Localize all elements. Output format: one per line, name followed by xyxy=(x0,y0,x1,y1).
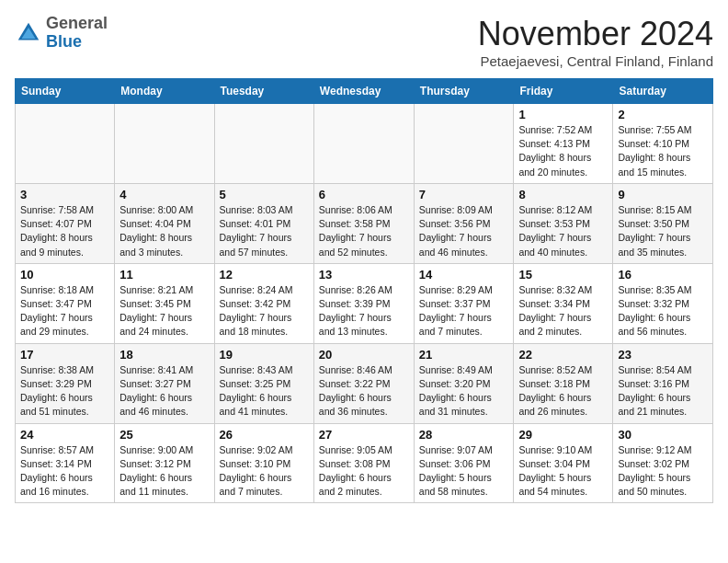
day-number: 20 xyxy=(319,348,409,362)
title-block: November 2024 Petaejaevesi, Central Finl… xyxy=(478,15,713,69)
day-number: 2 xyxy=(618,108,708,121)
calendar-cell: 14Sunrise: 8:29 AM Sunset: 3:37 PM Dayli… xyxy=(414,263,514,343)
weekday-header-wednesday: Wednesday xyxy=(313,79,414,104)
day-info: Sunrise: 8:00 AM Sunset: 4:04 PM Dayligh… xyxy=(119,203,209,259)
day-info: Sunrise: 8:38 AM Sunset: 3:29 PM Dayligh… xyxy=(20,363,109,419)
calendar-cell xyxy=(16,104,115,184)
day-info: Sunrise: 8:57 AM Sunset: 3:14 PM Dayligh… xyxy=(20,443,109,500)
calendar-week-row: 1Sunrise: 7:52 AM Sunset: 4:13 PM Daylig… xyxy=(16,104,713,184)
calendar-cell: 3Sunrise: 7:58 AM Sunset: 4:07 PM Daylig… xyxy=(16,183,115,263)
weekday-header-friday: Friday xyxy=(514,79,613,104)
day-info: Sunrise: 8:52 AM Sunset: 3:18 PM Dayligh… xyxy=(518,363,608,419)
calendar-cell: 30Sunrise: 9:12 AM Sunset: 3:02 PM Dayli… xyxy=(613,423,713,503)
day-number: 4 xyxy=(119,188,209,201)
calendar-cell xyxy=(115,104,214,184)
day-number: 6 xyxy=(319,188,409,201)
calendar-cell: 4Sunrise: 8:00 AM Sunset: 4:04 PM Daylig… xyxy=(115,183,214,263)
calendar-cell: 17Sunrise: 8:38 AM Sunset: 3:29 PM Dayli… xyxy=(16,343,115,423)
calendar-week-row: 17Sunrise: 8:38 AM Sunset: 3:29 PM Dayli… xyxy=(16,343,713,423)
calendar-cell: 6Sunrise: 8:06 AM Sunset: 3:58 PM Daylig… xyxy=(313,183,414,263)
day-number: 27 xyxy=(319,428,409,442)
day-number: 25 xyxy=(119,428,209,442)
day-number: 15 xyxy=(518,268,608,282)
day-number: 30 xyxy=(618,428,708,442)
calendar-cell: 7Sunrise: 8:09 AM Sunset: 3:56 PM Daylig… xyxy=(414,183,514,263)
calendar-week-row: 24Sunrise: 8:57 AM Sunset: 3:14 PM Dayli… xyxy=(16,423,713,503)
calendar-cell: 20Sunrise: 8:46 AM Sunset: 3:22 PM Dayli… xyxy=(313,343,414,423)
calendar-cell: 29Sunrise: 9:10 AM Sunset: 3:04 PM Dayli… xyxy=(514,423,613,503)
weekday-header-row: SundayMondayTuesdayWednesdayThursdayFrid… xyxy=(16,79,713,104)
day-number: 18 xyxy=(119,348,209,362)
day-number: 1 xyxy=(518,108,608,121)
day-number: 3 xyxy=(20,188,109,201)
logo-blue-text: Blue xyxy=(46,33,108,52)
day-info: Sunrise: 9:00 AM Sunset: 3:12 PM Dayligh… xyxy=(119,443,209,500)
weekday-header-saturday: Saturday xyxy=(613,79,713,104)
calendar-cell: 16Sunrise: 8:35 AM Sunset: 3:32 PM Dayli… xyxy=(613,263,713,343)
calendar-cell: 8Sunrise: 8:12 AM Sunset: 3:53 PM Daylig… xyxy=(514,183,613,263)
calendar-cell: 27Sunrise: 9:05 AM Sunset: 3:08 PM Dayli… xyxy=(313,423,414,503)
calendar-cell xyxy=(313,104,414,184)
day-info: Sunrise: 8:21 AM Sunset: 3:45 PM Dayligh… xyxy=(119,283,209,339)
logo-icon xyxy=(15,19,42,47)
day-number: 24 xyxy=(20,428,109,442)
weekday-header-sunday: Sunday xyxy=(16,79,115,104)
day-number: 29 xyxy=(518,428,608,442)
day-number: 17 xyxy=(20,348,109,362)
day-info: Sunrise: 8:29 AM Sunset: 3:37 PM Dayligh… xyxy=(419,283,509,339)
day-info: Sunrise: 7:55 AM Sunset: 4:10 PM Dayligh… xyxy=(618,123,708,179)
day-info: Sunrise: 8:06 AM Sunset: 3:58 PM Dayligh… xyxy=(319,203,409,259)
page-header: General Blue November 2024 Petaejaevesi,… xyxy=(15,15,713,69)
day-number: 12 xyxy=(220,268,309,282)
location-subtitle: Petaejaevesi, Central Finland, Finland xyxy=(478,53,713,69)
day-info: Sunrise: 8:32 AM Sunset: 3:34 PM Dayligh… xyxy=(518,283,608,339)
day-info: Sunrise: 8:12 AM Sunset: 3:53 PM Dayligh… xyxy=(518,203,608,259)
day-number: 8 xyxy=(518,188,608,201)
weekday-header-tuesday: Tuesday xyxy=(214,79,313,104)
calendar-week-row: 10Sunrise: 8:18 AM Sunset: 3:47 PM Dayli… xyxy=(16,263,713,343)
day-info: Sunrise: 8:46 AM Sunset: 3:22 PM Dayligh… xyxy=(319,363,409,419)
logo-general-text: General xyxy=(46,15,108,33)
day-info: Sunrise: 9:12 AM Sunset: 3:02 PM Dayligh… xyxy=(618,443,708,500)
day-number: 5 xyxy=(220,188,309,201)
logo: General Blue xyxy=(15,15,108,52)
day-number: 9 xyxy=(618,188,708,201)
day-info: Sunrise: 8:26 AM Sunset: 3:39 PM Dayligh… xyxy=(319,283,409,339)
calendar-cell: 19Sunrise: 8:43 AM Sunset: 3:25 PM Dayli… xyxy=(214,343,313,423)
calendar-cell: 18Sunrise: 8:41 AM Sunset: 3:27 PM Dayli… xyxy=(115,343,214,423)
calendar-cell: 28Sunrise: 9:07 AM Sunset: 3:06 PM Dayli… xyxy=(414,423,514,503)
day-info: Sunrise: 7:52 AM Sunset: 4:13 PM Dayligh… xyxy=(518,123,608,179)
day-number: 21 xyxy=(419,348,509,362)
day-number: 19 xyxy=(220,348,309,362)
day-info: Sunrise: 9:02 AM Sunset: 3:10 PM Dayligh… xyxy=(220,443,309,500)
day-number: 14 xyxy=(419,268,509,282)
day-info: Sunrise: 7:58 AM Sunset: 4:07 PM Dayligh… xyxy=(20,203,109,259)
weekday-header-thursday: Thursday xyxy=(414,79,514,104)
calendar-cell: 1Sunrise: 7:52 AM Sunset: 4:13 PM Daylig… xyxy=(514,104,613,184)
day-info: Sunrise: 9:07 AM Sunset: 3:06 PM Dayligh… xyxy=(419,443,509,500)
day-info: Sunrise: 8:49 AM Sunset: 3:20 PM Dayligh… xyxy=(419,363,509,419)
calendar-cell: 26Sunrise: 9:02 AM Sunset: 3:10 PM Dayli… xyxy=(214,423,313,503)
day-number: 11 xyxy=(119,268,209,282)
calendar-cell: 11Sunrise: 8:21 AM Sunset: 3:45 PM Dayli… xyxy=(115,263,214,343)
day-number: 28 xyxy=(419,428,509,442)
day-number: 23 xyxy=(618,348,708,362)
day-number: 22 xyxy=(518,348,608,362)
calendar-cell: 21Sunrise: 8:49 AM Sunset: 3:20 PM Dayli… xyxy=(414,343,514,423)
calendar-week-row: 3Sunrise: 7:58 AM Sunset: 4:07 PM Daylig… xyxy=(16,183,713,263)
day-info: Sunrise: 9:05 AM Sunset: 3:08 PM Dayligh… xyxy=(319,443,409,500)
calendar-cell: 23Sunrise: 8:54 AM Sunset: 3:16 PM Dayli… xyxy=(613,343,713,423)
day-info: Sunrise: 8:15 AM Sunset: 3:50 PM Dayligh… xyxy=(618,203,708,259)
day-info: Sunrise: 8:43 AM Sunset: 3:25 PM Dayligh… xyxy=(220,363,309,419)
day-number: 26 xyxy=(220,428,309,442)
day-info: Sunrise: 8:18 AM Sunset: 3:47 PM Dayligh… xyxy=(20,283,109,339)
calendar-cell: 2Sunrise: 7:55 AM Sunset: 4:10 PM Daylig… xyxy=(613,104,713,184)
day-info: Sunrise: 8:03 AM Sunset: 4:01 PM Dayligh… xyxy=(220,203,309,259)
calendar-cell: 12Sunrise: 8:24 AM Sunset: 3:42 PM Dayli… xyxy=(214,263,313,343)
weekday-header-monday: Monday xyxy=(115,79,214,104)
month-title: November 2024 xyxy=(478,15,713,53)
calendar-cell xyxy=(214,104,313,184)
calendar-cell: 13Sunrise: 8:26 AM Sunset: 3:39 PM Dayli… xyxy=(313,263,414,343)
calendar-cell: 15Sunrise: 8:32 AM Sunset: 3:34 PM Dayli… xyxy=(514,263,613,343)
day-number: 10 xyxy=(20,268,109,282)
